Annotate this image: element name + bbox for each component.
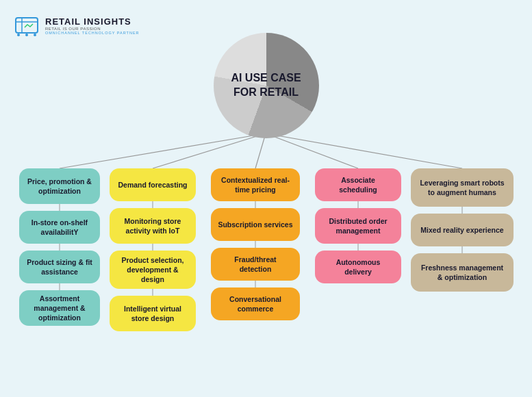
card-c11-text: Fraud/threat detection	[218, 255, 293, 274]
card-c4-text: Assortment management & optimization	[26, 294, 93, 323]
svg-point-4	[17, 34, 20, 36]
card-c2-text: In-store on-shelf availabilitY	[26, 218, 93, 237]
card-c18: Freshness management & optimization	[411, 253, 514, 292]
logo-area: RETAIL INSIGHTS RETAIL IS OUR PASSION OM…	[14, 12, 140, 38]
card-c3-text: Product sizing & fit assistance	[26, 257, 93, 277]
card-c6: Monitoring store activity with IoT	[110, 208, 196, 244]
card-c5: Demand forecasting	[110, 168, 196, 201]
card-c1: Price, promotion & optimization	[19, 168, 100, 204]
card-c10-text: Subscription services	[218, 220, 292, 229]
card-c9: Contextualized real-time pricing	[211, 168, 300, 201]
center-circle-text: AI USE CASE FOR RETAIL	[231, 71, 301, 100]
card-c15: Autonomous delivery	[315, 251, 401, 283]
svg-line-7	[60, 133, 266, 168]
svg-point-6	[34, 34, 36, 36]
card-c17: Mixed reality experience	[411, 214, 514, 246]
card-c12: Conversational commerce	[211, 287, 300, 320]
card-c13: Associate scheduling	[315, 168, 401, 201]
svg-line-9	[255, 133, 266, 168]
card-c8-text: Intelligent virtual store design	[116, 304, 189, 323]
card-c7-text: Product selection, development & design	[116, 255, 189, 285]
card-c13-text: Associate scheduling	[322, 175, 394, 194]
card-c3: Product sizing & fit assistance	[19, 251, 100, 283]
logo-icon	[14, 12, 40, 38]
card-c9-text: Contextualized real-time pricing	[218, 175, 293, 194]
svg-line-10	[266, 133, 358, 168]
card-c7: Product selection, development & design	[110, 251, 196, 289]
card-c6-text: Monitoring store activity with IoT	[116, 216, 189, 235]
card-c16: Leveraging smart robots to augment human…	[411, 168, 514, 207]
card-c16-text: Leveraging smart robots to augment human…	[418, 178, 507, 197]
svg-line-11	[266, 133, 462, 168]
card-c2: In-store on-shelf availabilitY	[19, 211, 100, 244]
card-c5-text: Demand forecasting	[118, 180, 188, 190]
card-c1-text: Price, promotion & optimization	[26, 177, 93, 196]
logo-title: RETAIL INSIGHTS	[45, 16, 140, 27]
svg-line-8	[153, 133, 266, 168]
center-circle: AI USE CASE FOR RETAIL	[222, 41, 311, 130]
center-line1: AI USE CASE	[231, 72, 301, 84]
card-c4: Assortment management & optimization	[19, 290, 100, 326]
card-c10: Subscription services	[211, 208, 300, 241]
logo-sub: OMNICHANNEL TECHNOLOGY PARTNER	[45, 31, 140, 35]
card-c12-text: Conversational commerce	[218, 294, 293, 313]
card-c8: Intelligent virtual store design	[110, 296, 196, 331]
card-c15-text: Autonomous delivery	[322, 257, 394, 277]
svg-point-5	[25, 34, 28, 36]
card-c14: Distributed order management	[315, 208, 401, 244]
center-line2: FOR RETAIL	[233, 86, 299, 98]
logo-text: RETAIL INSIGHTS RETAIL IS OUR PASSION OM…	[45, 16, 140, 35]
card-c11: Fraud/threat detection	[211, 248, 300, 281]
card-c18-text: Freshness management & optimization	[418, 263, 507, 282]
card-c17-text: Mixed reality experience	[420, 225, 503, 235]
card-c14-text: Distributed order management	[322, 216, 394, 235]
